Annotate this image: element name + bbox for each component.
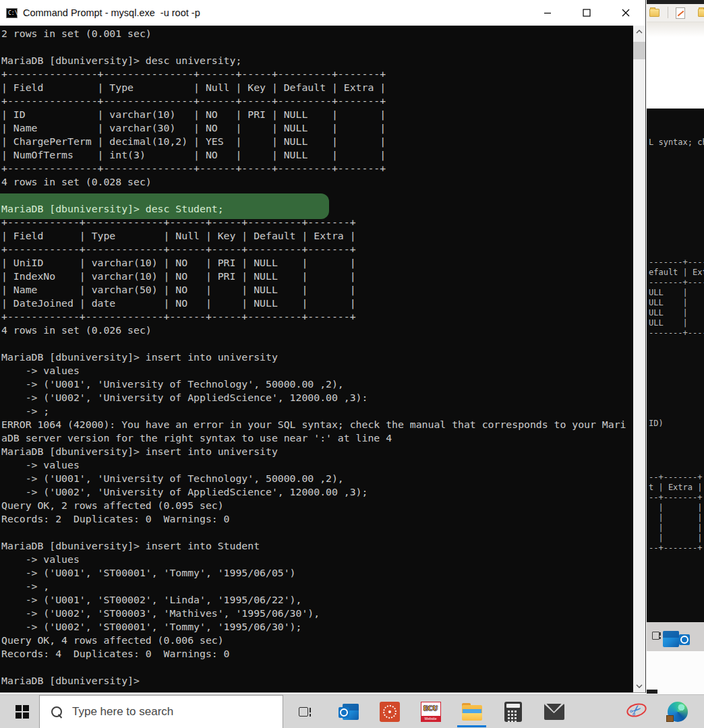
background-terminal-fragment: --+-------+ (649, 493, 702, 502)
search-input[interactable]: Type here to search (39, 695, 283, 728)
background-window[interactable]: L syntax; che-------+-----efault | Ext--… (647, 0, 704, 694)
ecu-website-icon: ECU Website (421, 702, 441, 722)
terminal-line: -> ('U001', 'University of Technology', … (1, 377, 633, 391)
background-terminal-fragment: ULL | (649, 318, 688, 328)
scrollbar-thumb[interactable] (633, 42, 645, 59)
task-view-icon (652, 632, 661, 640)
background-terminal-fragment: | | (649, 503, 702, 512)
folder-icon[interactable] (649, 9, 659, 17)
background-terminal-fragment: ULL | (649, 288, 688, 297)
snipping-tool-icon: ✂ (625, 702, 648, 722)
background-terminal-fragment: ID) (649, 419, 664, 428)
windows-logo-icon (16, 705, 29, 719)
terminal-line: -> ('U002', 'ST00003', 'Mathives', '1995… (1, 607, 633, 620)
background-terminal-fragment: --+-------+ (649, 543, 702, 553)
background-terminal-fragment: efault | Ext (649, 268, 704, 277)
terminal-line: MariaDB [dbuniversity]> insert into Stud… (1, 539, 633, 553)
terminal-line (1, 526, 633, 539)
mail-icon (544, 704, 564, 720)
terminal-line: +---------------+---------------+------+… (1, 94, 633, 108)
terminal-line: -> ('U002', 'University of AppliedScienc… (1, 391, 633, 404)
start-button[interactable] (7, 695, 38, 728)
terminal-line: -> values (1, 553, 633, 566)
terminal-line: 4 rows in set (0.028 sec) (1, 175, 633, 189)
background-terminal-fragment: | | (649, 533, 702, 543)
background-window-white-area (647, 37, 704, 109)
terminal-line: ERROR 1064 (42000): You have an error in… (1, 418, 633, 431)
edge-icon (668, 702, 688, 722)
terminal-line: -> values (1, 364, 633, 377)
close-button[interactable] (606, 0, 645, 26)
taskbar-item-calculator[interactable] (492, 695, 533, 728)
background-window-bottom-area (647, 651, 704, 694)
terminal-line: Query OK, 4 rows affected (0.006 sec) (1, 634, 633, 647)
background-window-corner (647, 690, 657, 694)
folder-icon[interactable] (698, 9, 704, 17)
command-prompt-window[interactable]: C:\ Command Prompt - mysql.exe -u root -… (0, 0, 646, 693)
background-terminal-fragment: -------+----- (649, 278, 704, 287)
terminal-line: +---------------+---------------+------+… (1, 67, 633, 81)
chevron-up-icon (636, 30, 643, 34)
terminal-line: +------------+-------------+------+-----… (1, 310, 633, 324)
terminal-line: Records: 4 Duplicates: 0 Warnings: 0 (1, 647, 633, 661)
background-terminal-fragment: --+-------+ (649, 473, 702, 482)
background-terminal-sliver: L syntax; che-------+-----efault | Ext--… (647, 109, 704, 622)
window-title: Command Prompt - mysql.exe -u root -p (23, 7, 200, 18)
background-image-taskbar-strip (647, 622, 704, 651)
terminal-line: MariaDB [dbuniversity]> (1, 674, 633, 688)
background-terminal-fragment: | | (649, 523, 702, 533)
window-controls (528, 0, 645, 26)
terminal-line: MariaDB [dbuniversity]> desc university; (1, 54, 633, 67)
taskbar-item-outlook[interactable] (328, 695, 369, 728)
terminal-line: +---------------+---------------+------+… (1, 162, 633, 175)
minimize-button[interactable] (528, 0, 567, 26)
cmd-icon: C:\ (6, 8, 18, 18)
search-placeholder: Type here to search (72, 705, 173, 719)
taskbar-item-azure[interactable] (575, 695, 616, 728)
taskbar-item-canvas[interactable] (369, 695, 410, 728)
terminal-line (1, 661, 633, 674)
terminal-line: -> ; (1, 404, 633, 418)
background-terminal-fragment: ULL | (649, 298, 688, 307)
taskbar-item-mail[interactable] (533, 695, 575, 728)
terminal-line: | DateJoined | date | NO | | NULL | | (1, 297, 633, 310)
taskbar-icons: ECU Website ✂ (328, 695, 698, 728)
terminal-output[interactable]: 2 rows in set (0.001 sec)MariaDB [dbuniv… (0, 26, 633, 692)
titlebar[interactable]: C:\ Command Prompt - mysql.exe -u root -… (0, 0, 645, 26)
maximize-button[interactable] (567, 0, 606, 26)
terminal-line: -> ('U001', 'University of Technology', … (1, 472, 633, 485)
terminal-line: | Field | Type | Null | Key | Default | … (1, 229, 633, 243)
taskbar: Type here to search ECU Website (0, 694, 704, 728)
taskbar-item-ecu-website[interactable]: ECU Website (410, 695, 451, 728)
toolbar-divider (668, 7, 668, 18)
terminal-line: 4 rows in set (0.026 sec) (1, 324, 633, 337)
terminal-line (1, 337, 633, 351)
terminal-line: -> ('U001', 'ST00001', 'Tommy', '1995/06… (1, 566, 633, 580)
taskbar-item-snipping-tool[interactable]: ✂ (616, 695, 657, 728)
maximize-icon (583, 9, 591, 17)
scroll-down-button[interactable] (633, 680, 645, 692)
calculator-icon (504, 702, 522, 722)
terminal-line: Query OK, 2 rows affected (0.095 sec) (1, 499, 633, 512)
close-icon (622, 9, 630, 17)
taskbar-item-edge[interactable] (657, 695, 698, 728)
azure-icon (585, 703, 606, 721)
background-window-toolbar (647, 4, 704, 22)
terminal-line: +------------+-------------+------+-----… (1, 216, 633, 229)
terminal-scrollbar[interactable] (633, 26, 645, 692)
chevron-down-icon (636, 684, 643, 688)
background-terminal-fragment: t | Extra | (649, 483, 702, 492)
canvas-icon (380, 702, 400, 722)
background-window-toolbar-fade (647, 22, 704, 37)
minimize-icon (544, 9, 552, 17)
file-explorer-icon (462, 703, 482, 721)
terminal-line: -> ('U002', 'ST00001', 'Tommy', '1995/06… (1, 620, 633, 634)
new-document-icon[interactable] (676, 7, 685, 19)
scroll-up-button[interactable] (633, 26, 645, 38)
task-view-button[interactable] (290, 695, 321, 728)
terminal-line: -> ('U001', 'ST00002', 'Linda', '1995/06… (1, 593, 633, 607)
background-terminal-fragment: -------+----- (649, 328, 704, 338)
terminal-line-highlighted: MariaDB [dbuniversity]> desc Student; (1, 202, 633, 216)
task-view-icon (299, 706, 312, 718)
taskbar-item-file-explorer[interactable] (451, 695, 492, 728)
